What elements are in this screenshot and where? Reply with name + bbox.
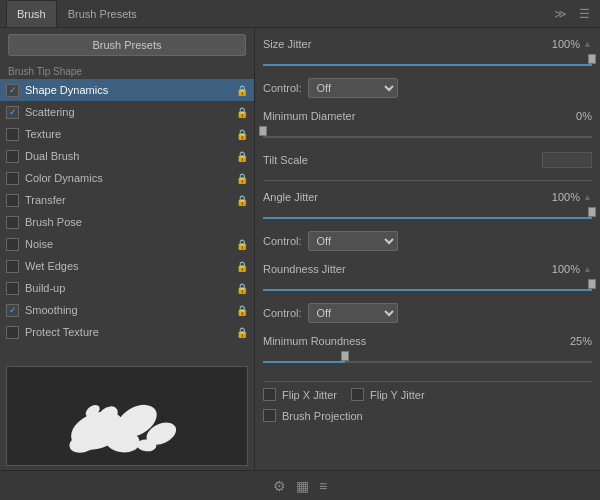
brush-panel: Brush Brush Presets ≫ ☰ Brush Presets Br… <box>0 0 600 500</box>
checkbox-brush-pose[interactable] <box>6 216 19 229</box>
flip-y-row: Flip Y Jitter <box>351 388 425 401</box>
settings-icon[interactable]: ⚙ <box>273 478 286 494</box>
brush-item-texture[interactable]: Texture 🔒 <box>0 123 254 145</box>
control-row-2: Control: Off Fade Pen Pressure Pen Tilt <box>263 231 592 251</box>
control-label-3: Control: <box>263 307 302 319</box>
angle-jitter-label: Angle Jitter <box>263 191 542 203</box>
checkbox-protect-texture[interactable] <box>6 326 19 339</box>
collapse-icon[interactable]: ≫ <box>550 5 571 23</box>
lock-icon-texture: 🔒 <box>236 129 248 140</box>
item-label-shape-dynamics: Shape Dynamics <box>25 84 234 96</box>
lock-icon-noise: 🔒 <box>236 239 248 250</box>
min-roundness-fill <box>263 361 345 363</box>
checkbox-brush-projection[interactable] <box>263 409 276 422</box>
item-label-protect-texture: Protect Texture <box>25 326 234 338</box>
checkbox-shape-dynamics[interactable] <box>6 84 19 97</box>
divider-1 <box>263 180 592 181</box>
checkbox-wet-edges[interactable] <box>6 260 19 273</box>
brush-item-brush-pose[interactable]: Brush Pose <box>0 211 254 233</box>
checkbox-buildup[interactable] <box>6 282 19 295</box>
brush-item-scattering[interactable]: Scattering 🔒 <box>0 101 254 123</box>
min-diameter-label: Minimum Diameter <box>263 110 554 122</box>
min-roundness-thumb[interactable] <box>341 351 349 361</box>
checkbox-texture[interactable] <box>6 128 19 141</box>
lock-icon-transfer: 🔒 <box>236 195 248 206</box>
item-label-buildup: Build-up <box>25 282 234 294</box>
flip-x-row: Flip X Jitter <box>263 388 337 401</box>
min-roundness-label: Minimum Roundness <box>263 335 554 347</box>
roundness-jitter-label: Roundness Jitter <box>263 263 542 275</box>
lock-icon-smoothing: 🔒 <box>236 305 248 316</box>
size-jitter-label: Size Jitter <box>263 38 542 50</box>
roundness-jitter-value: 100% <box>542 263 580 275</box>
tilt-scale-input[interactable] <box>542 152 592 168</box>
grid-icon[interactable]: ▦ <box>296 478 309 494</box>
roundness-jitter-thumb[interactable] <box>588 279 596 289</box>
min-roundness-slider[interactable] <box>263 355 592 369</box>
brush-item-dual-brush[interactable]: Dual Brush 🔒 <box>0 145 254 167</box>
flip-row: Flip X Jitter Flip Y Jitter <box>263 388 592 405</box>
item-label-color-dynamics: Color Dynamics <box>25 172 234 184</box>
min-diameter-thumb[interactable] <box>259 126 267 136</box>
tilt-scale-row: Tilt Scale <box>263 150 592 170</box>
brush-item-shape-dynamics[interactable]: Shape Dynamics 🔒 <box>0 79 254 101</box>
angle-jitter-scroll: ▲ <box>580 192 592 202</box>
lock-icon-color-dynamics: 🔒 <box>236 173 248 184</box>
checkbox-color-dynamics[interactable] <box>6 172 19 185</box>
tab-bar: Brush Brush Presets ≫ ☰ <box>0 0 600 28</box>
flip-x-label: Flip X Jitter <box>282 389 337 401</box>
item-label-brush-pose: Brush Pose <box>25 216 248 228</box>
menu-icon[interactable]: ☰ <box>575 5 594 23</box>
checkbox-scattering[interactable] <box>6 106 19 119</box>
checkbox-noise[interactable] <box>6 238 19 251</box>
brush-item-noise[interactable]: Noise 🔒 <box>0 233 254 255</box>
roundness-jitter-slider[interactable] <box>263 283 592 297</box>
flip-y-label: Flip Y Jitter <box>370 389 425 401</box>
min-diameter-slider[interactable] <box>263 130 592 144</box>
roundness-jitter-row: Roundness Jitter 100% ▲ <box>263 259 592 279</box>
item-label-wet-edges: Wet Edges <box>25 260 234 272</box>
brush-item-protect-texture[interactable]: Protect Texture 🔒 <box>0 321 254 343</box>
size-jitter-value: 100% <box>542 38 580 50</box>
brush-item-transfer[interactable]: Transfer 🔒 <box>0 189 254 211</box>
size-jitter-thumb[interactable] <box>588 54 596 64</box>
lock-icon-buildup: 🔒 <box>236 283 248 294</box>
control-select-2[interactable]: Off Fade Pen Pressure Pen Tilt <box>308 231 398 251</box>
menu-bottom-icon[interactable]: ≡ <box>319 478 327 494</box>
min-diameter-value: 0% <box>554 110 592 122</box>
control-select-1[interactable]: Off Fade Pen Pressure Pen Tilt <box>308 78 398 98</box>
size-jitter-slider[interactable] <box>263 58 592 72</box>
checkbox-dual-brush[interactable] <box>6 150 19 163</box>
item-label-scattering: Scattering <box>25 106 234 118</box>
checkbox-transfer[interactable] <box>6 194 19 207</box>
checkbox-flip-x[interactable] <box>263 388 276 401</box>
control-select-3[interactable]: Off Fade Pen Pressure Pen Tilt <box>308 303 398 323</box>
control-row-1: Control: Off Fade Pen Pressure Pen Tilt <box>263 78 592 98</box>
brush-item-color-dynamics[interactable]: Color Dynamics 🔒 <box>0 167 254 189</box>
content-area: Brush Presets Brush Tip Shape Shape Dyna… <box>0 28 600 470</box>
control-row-3: Control: Off Fade Pen Pressure Pen Tilt <box>263 303 592 323</box>
item-label-dual-brush: Dual Brush <box>25 150 234 162</box>
brush-item-buildup[interactable]: Build-up 🔒 <box>0 277 254 299</box>
checkbox-smoothing[interactable] <box>6 304 19 317</box>
brush-item-wet-edges[interactable]: Wet Edges 🔒 <box>0 255 254 277</box>
size-jitter-fill <box>263 64 592 66</box>
brush-list: Shape Dynamics 🔒 Scattering 🔒 Texture 🔒 <box>0 79 254 362</box>
control-label-2: Control: <box>263 235 302 247</box>
tab-brush[interactable]: Brush <box>6 0 57 27</box>
brush-presets-button[interactable]: Brush Presets <box>8 34 246 56</box>
tab-brush-presets[interactable]: Brush Presets <box>57 0 148 27</box>
min-diameter-row: Minimum Diameter 0% <box>263 106 592 126</box>
min-roundness-value: 25% <box>554 335 592 347</box>
brush-projection-label: Brush Projection <box>282 410 363 422</box>
angle-jitter-slider[interactable] <box>263 211 592 225</box>
size-jitter-scroll: ▲ <box>580 39 592 49</box>
roundness-jitter-scroll: ▲ <box>580 264 592 274</box>
brush-item-smoothing[interactable]: Smoothing 🔒 <box>0 299 254 321</box>
control-label-1: Control: <box>263 82 302 94</box>
checkbox-flip-y[interactable] <box>351 388 364 401</box>
tilt-scale-label: Tilt Scale <box>263 154 542 166</box>
angle-jitter-thumb[interactable] <box>588 207 596 217</box>
min-roundness-row: Minimum Roundness 25% <box>263 331 592 351</box>
angle-jitter-fill <box>263 217 592 219</box>
